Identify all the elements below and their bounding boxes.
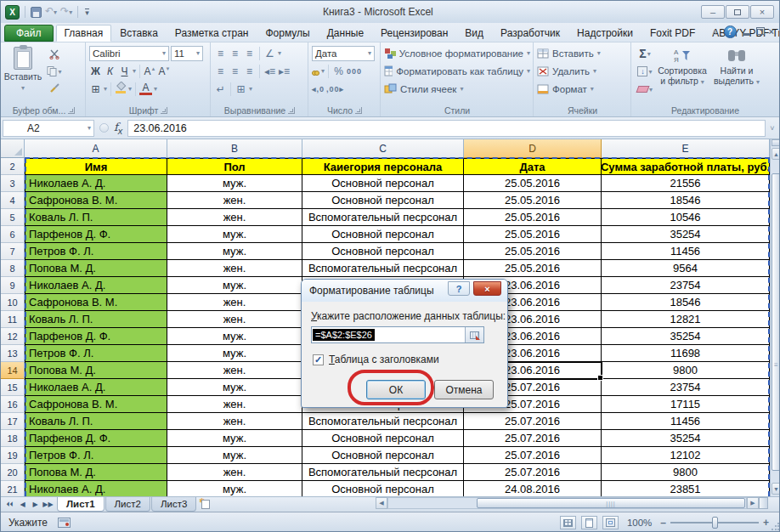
cell-A3[interactable]: Николаев А. Д. (25, 175, 167, 192)
row-header-15[interactable]: 15 (1, 379, 25, 396)
cell-A5[interactable]: Коваль Л. П. (25, 209, 167, 226)
ribbon-tab-вид[interactable]: Вид (456, 25, 492, 42)
collapse-ribbon-icon[interactable]: ∧ (711, 27, 717, 37)
cancel-button[interactable]: Отмена (434, 380, 494, 399)
orientation-icon[interactable]: ∠ (263, 48, 276, 59)
workbook-minimize-icon[interactable] (743, 33, 750, 36)
cell-E19[interactable]: 12102 (602, 447, 770, 464)
dialog-launcher-icon[interactable] (161, 107, 167, 114)
cell-D21[interactable]: 24.08.2016 (464, 481, 602, 496)
horizontal-scrollbar[interactable]: ◀ |||| ▶ (376, 497, 768, 509)
copy-button[interactable]: ▾ (44, 64, 65, 79)
row-header-4[interactable]: 4 (1, 192, 25, 209)
page-layout-view-button[interactable] (581, 516, 597, 529)
scroll-left-icon[interactable]: ◀ (376, 497, 387, 509)
column-header-D[interactable]: D (464, 139, 602, 158)
column-header-E[interactable]: E (602, 139, 770, 158)
format-as-table-button[interactable]: Форматировать как таблицу▾ (384, 62, 530, 80)
cell-C7[interactable]: Основной персонал (302, 243, 464, 260)
page-break-view-button[interactable] (602, 516, 619, 529)
cell-B3[interactable]: муж. (167, 175, 302, 192)
wrap-text-icon[interactable]: ↵ (214, 83, 227, 95)
cell-C18[interactable]: Основной персонал (302, 430, 464, 447)
cell-A20[interactable]: Попова М. Д. (25, 464, 167, 481)
cell-B10[interactable]: жен. (167, 294, 302, 311)
cell-B5[interactable]: жен. (167, 209, 302, 226)
workbook-close-icon[interactable]: × (769, 27, 774, 37)
cell-A17[interactable]: Коваль Л. П. (25, 413, 167, 430)
cell-A21[interactable]: Николаев А. Д. (25, 481, 167, 496)
cell-E6[interactable]: 35254 (602, 226, 770, 243)
cell-B13[interactable]: муж. (167, 345, 302, 362)
ribbon-tab-foxit-pdf[interactable]: Foxit PDF (642, 25, 704, 42)
dialog-help-button[interactable]: ? (448, 281, 470, 296)
help-icon[interactable]: ? (724, 25, 737, 38)
shrink-font-button[interactable]: А▼ (158, 65, 171, 77)
split-handle[interactable] (772, 139, 780, 146)
cell-B7[interactable]: муж. (167, 243, 302, 260)
grow-font-button[interactable]: А▲ (144, 65, 156, 77)
cell-A8[interactable]: Попова М. Д. (25, 260, 167, 277)
cell-E16[interactable]: 17115 (602, 396, 770, 413)
row-header-20[interactable]: 20 (1, 464, 25, 481)
align-left-icon[interactable]: ≡ (214, 65, 227, 77)
column-header-A[interactable]: A (25, 139, 167, 158)
cell-E3[interactable]: 21556 (602, 175, 770, 192)
ribbon-tab-формулы[interactable]: Формулы (257, 25, 318, 42)
row-header-3[interactable]: 3 (1, 175, 25, 192)
scroll-right-icon[interactable]: ▶ (747, 497, 759, 509)
ribbon-tab-надстройки[interactable]: Надстройки (568, 25, 642, 42)
undo-icon[interactable]: ↶▾ (45, 6, 57, 18)
cell-A10[interactable]: Сафронова В. М. (25, 294, 167, 311)
sheet-tab-лист2[interactable]: Лист2 (105, 497, 150, 512)
cell-E11[interactable]: 12821 (602, 311, 770, 328)
cell-B14[interactable]: жен. (167, 362, 302, 379)
row-header-18[interactable]: 18 (1, 430, 25, 447)
cell-C8[interactable]: Вспомогательный песрсонал (302, 260, 464, 277)
cell-B21[interactable]: муж. (167, 481, 302, 496)
select-all-corner[interactable] (1, 139, 25, 158)
cell-D3[interactable]: 25.05.2016 (464, 175, 602, 192)
fill-button[interactable]: ↓▾ (635, 64, 655, 79)
cell-B19[interactable]: муж. (167, 447, 302, 464)
number-format-combo[interactable]: Дата▾ (312, 46, 375, 61)
cell-E20[interactable]: 9800 (602, 464, 770, 481)
cell-D17[interactable]: 25.07.2016 (464, 413, 602, 430)
format-cells-button[interactable]: Формат▾ (537, 80, 628, 98)
cell-E8[interactable]: 9564 (602, 260, 770, 277)
cell-A19[interactable]: Петров Ф. Л. (25, 447, 167, 464)
format-painter-button[interactable] (44, 81, 65, 96)
row-header-2[interactable]: 2 (1, 158, 25, 175)
cell-E4[interactable]: 18546 (602, 192, 770, 209)
cell-D2[interactable]: Дата (464, 158, 602, 175)
italic-button[interactable]: К (104, 65, 116, 77)
cell-E21[interactable]: 23851 (602, 481, 770, 496)
scroll-down-icon[interactable]: ▼ (772, 483, 780, 495)
row-header-21[interactable]: 21 (1, 481, 25, 496)
row-header-13[interactable]: 13 (1, 345, 25, 362)
increase-decimal-button[interactable]: ◂,0 (312, 85, 325, 93)
ribbon-tab-главная[interactable]: Главная (56, 25, 112, 42)
cell-A9[interactable]: Николаев А. Д. (25, 277, 167, 294)
find-select-button[interactable]: Найти ивыделить ▾ (709, 44, 764, 99)
row-header-17[interactable]: 17 (1, 413, 25, 430)
paste-button[interactable]: Вставить▾ (5, 44, 41, 99)
cell-D20[interactable]: 25.07.2016 (464, 464, 602, 481)
cell-D5[interactable]: 25.05.2016 (464, 209, 602, 226)
ribbon-tab-разработчик[interactable]: Разработчик (492, 25, 568, 42)
cell-E12[interactable]: 35254 (602, 328, 770, 345)
underline-button[interactable]: Ч (118, 65, 131, 77)
horizontal-scroll-thumb[interactable]: |||| (477, 498, 745, 508)
cell-B11[interactable]: жен. (167, 311, 302, 328)
bold-button[interactable]: Ж (89, 65, 102, 77)
ribbon-tab-данные[interactable]: Данные (319, 25, 372, 42)
align-right-icon[interactable]: ≡ (243, 65, 256, 77)
cell-E2[interactable]: Сумма заработной платы, руб. (602, 158, 770, 175)
font-size-combo[interactable]: 11▾ (171, 46, 203, 61)
cell-E14[interactable]: 9800 (602, 362, 770, 379)
cell-D8[interactable]: 25.05.2016 (464, 260, 602, 277)
cell-B4[interactable]: жен. (167, 192, 302, 209)
collapse-dialog-button[interactable] (465, 327, 483, 342)
redo-icon[interactable]: ↷▾ (60, 6, 72, 18)
save-icon[interactable] (31, 7, 42, 18)
